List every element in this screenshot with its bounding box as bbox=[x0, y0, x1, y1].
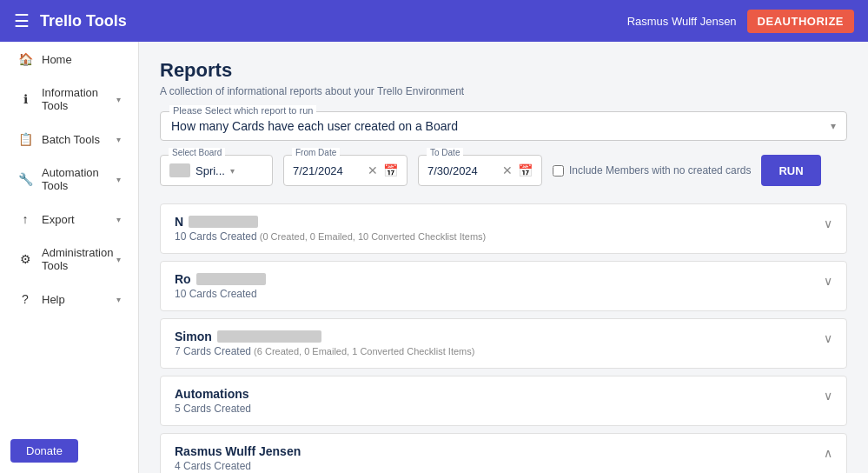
chevron-down-icon[interactable]: ∨ bbox=[824, 217, 832, 230]
from-date-label: From Date bbox=[292, 148, 340, 157]
sidebar-item-administration-tools[interactable]: ⚙ Administration Tools ▾ bbox=[3, 237, 135, 281]
sidebar-item-label: Administration Tools bbox=[42, 246, 116, 272]
result-count: 5 Cards Created bbox=[175, 403, 824, 415]
sidebar-item-label: Batch Tools bbox=[42, 133, 116, 146]
result-name: N bbox=[175, 215, 824, 229]
board-filter-group: Select Board Spri... ▾ bbox=[160, 155, 273, 186]
result-header[interactable]: Rasmus Wulff Jensen 4 Cards Created ∧ bbox=[161, 434, 846, 473]
sidebar-item-automation-tools[interactable]: 🔧 Automation Tools ▾ bbox=[3, 157, 135, 201]
name-blur bbox=[196, 273, 266, 285]
result-count: 4 Cards Created bbox=[175, 460, 824, 472]
sidebar-item-batch-tools[interactable]: 📋 Batch Tools ▾ bbox=[3, 123, 135, 156]
result-header-left: Ro 10 Cards Created bbox=[175, 272, 824, 300]
result-item-user-rasmus: Rasmus Wulff Jensen 4 Cards Created ∧ Cr… bbox=[160, 433, 847, 473]
sidebar-item-label: Help bbox=[42, 293, 116, 306]
result-header[interactable]: N 10 Cards Created (0 Created, 0 Emailed… bbox=[161, 204, 846, 253]
from-date-calendar-icon[interactable]: 📅 bbox=[383, 163, 398, 177]
result-count: 7 Cards Created (6 Created, 0 Emailed, 1… bbox=[175, 345, 824, 357]
to-date-calendar-icon[interactable]: 📅 bbox=[518, 163, 533, 177]
board-filter-label: Select Board bbox=[169, 148, 225, 157]
chevron-down-icon[interactable]: ∨ bbox=[824, 331, 832, 345]
from-date-input-wrap[interactable]: ✕ 📅 bbox=[283, 155, 407, 186]
name-blur bbox=[217, 330, 321, 343]
deauthorize-button[interactable]: DEAUTHORIZE bbox=[747, 10, 854, 33]
top-nav: ☰ Trello Tools Rasmus Wulff Jensen DEAUT… bbox=[0, 0, 868, 42]
result-header-left: Rasmus Wulff Jensen 4 Cards Created bbox=[175, 444, 824, 472]
result-header[interactable]: Simon 7 Cards Created (6 Created, 0 Emai… bbox=[161, 319, 846, 368]
user-name-text: Simon bbox=[175, 330, 212, 343]
user-name-text: N bbox=[175, 215, 183, 229]
results-list: N 10 Cards Created (0 Created, 0 Emailed… bbox=[160, 203, 847, 473]
name-blur bbox=[189, 216, 258, 228]
user-name-text: Ro bbox=[175, 272, 191, 286]
board-thumbnail bbox=[169, 163, 190, 177]
result-count: 10 Cards Created bbox=[175, 288, 824, 300]
board-select-text: Spri... bbox=[195, 164, 225, 177]
filters-row: Select Board Spri... ▾ From Date ✕ 📅 To … bbox=[160, 155, 847, 186]
sub-info: (6 Created, 0 Emailed, 1 Converted Check… bbox=[251, 346, 474, 356]
report-selector[interactable]: Please Select which report to run How ma… bbox=[160, 111, 847, 141]
board-chevron-icon: ▾ bbox=[230, 166, 235, 176]
sidebar-item-export[interactable]: ↑ Export ▾ bbox=[3, 203, 135, 236]
include-members-text: Include Members with no created cards bbox=[569, 164, 751, 177]
from-date-filter-group: From Date ✕ 📅 bbox=[283, 155, 407, 186]
info-icon: ℹ bbox=[17, 91, 33, 107]
sidebar-item-information-tools[interactable]: ℹ Information Tools ▾ bbox=[3, 77, 135, 121]
home-icon: 🏠 bbox=[17, 51, 33, 67]
page-subtitle: A collection of informational reports ab… bbox=[160, 85, 847, 97]
result-count: 10 Cards Created (0 Created, 0 Emailed, … bbox=[175, 230, 824, 243]
run-button[interactable]: RUN bbox=[761, 155, 820, 186]
sidebar-item-home[interactable]: 🏠 Home bbox=[3, 43, 135, 76]
chevron-icon: ▾ bbox=[116, 255, 121, 264]
help-icon: ? bbox=[17, 291, 33, 307]
sidebar: 🏠 Home ℹ Information Tools ▾ 📋 Batch Too… bbox=[0, 42, 139, 473]
user-name: Rasmus Wulff Jensen bbox=[627, 15, 737, 28]
board-select[interactable]: Spri... ▾ bbox=[160, 155, 273, 186]
result-item-user-simon: Simon 7 Cards Created (6 Created, 0 Emai… bbox=[160, 318, 847, 369]
user-name-text: Rasmus Wulff Jensen bbox=[175, 444, 301, 458]
hamburger-icon[interactable]: ☰ bbox=[14, 10, 30, 31]
result-header-left: Automations 5 Cards Created bbox=[175, 387, 824, 415]
page-title: Reports bbox=[160, 59, 847, 82]
sidebar-item-label: Export bbox=[42, 213, 116, 226]
to-date-input-wrap[interactable]: ✕ 📅 bbox=[418, 155, 542, 186]
include-members-label[interactable]: Include Members with no created cards bbox=[553, 164, 751, 177]
result-header[interactable]: Ro 10 Cards Created ∨ bbox=[161, 262, 846, 310]
to-date-clear-icon[interactable]: ✕ bbox=[502, 163, 513, 177]
include-members-checkbox[interactable] bbox=[553, 165, 564, 177]
chevron-icon: ▾ bbox=[116, 295, 121, 304]
sidebar-item-label: Information Tools bbox=[42, 86, 116, 112]
result-item-user-automations: Automations 5 Cards Created ∨ bbox=[160, 376, 847, 426]
chevron-icon: ▾ bbox=[116, 175, 121, 184]
result-header[interactable]: Automations 5 Cards Created ∨ bbox=[161, 376, 846, 425]
sidebar-item-label: Home bbox=[42, 53, 121, 66]
batch-icon: 📋 bbox=[17, 131, 33, 147]
sidebar-item-label: Automation Tools bbox=[42, 166, 116, 192]
result-name: Automations bbox=[175, 387, 824, 401]
admin-icon: ⚙ bbox=[17, 251, 33, 267]
export-icon: ↑ bbox=[17, 211, 33, 227]
result-header-left: Simon 7 Cards Created (6 Created, 0 Emai… bbox=[175, 330, 824, 357]
result-name: Rasmus Wulff Jensen bbox=[175, 444, 824, 458]
automation-icon: 🔧 bbox=[17, 171, 33, 187]
result-item-user-ro: Ro 10 Cards Created ∨ bbox=[160, 261, 847, 311]
donate-button[interactable]: Donate bbox=[10, 439, 78, 463]
report-select-label: Please Select which report to run bbox=[169, 105, 316, 116]
report-select-value: How many Cards have each user created on… bbox=[171, 119, 831, 133]
chevron-icon: ▾ bbox=[116, 95, 121, 104]
chevron-down-icon[interactable]: ∨ bbox=[824, 274, 832, 288]
to-date-label: To Date bbox=[427, 148, 463, 157]
from-date-input[interactable] bbox=[293, 164, 362, 177]
from-date-clear-icon[interactable]: ✕ bbox=[368, 163, 378, 177]
app-title: Trello Tools bbox=[40, 12, 627, 30]
result-name: Ro bbox=[175, 272, 824, 286]
sidebar-item-help[interactable]: ? Help ▾ bbox=[3, 283, 135, 316]
to-date-input[interactable] bbox=[427, 164, 497, 177]
main-content: Reports A collection of informational re… bbox=[139, 42, 868, 473]
result-header-left: N 10 Cards Created (0 Created, 0 Emailed… bbox=[175, 215, 824, 243]
chevron-up-icon[interactable]: ∧ bbox=[824, 446, 832, 460]
report-select-chevron-icon: ▾ bbox=[831, 120, 836, 132]
user-name-text: Automations bbox=[175, 387, 249, 401]
chevron-down-icon[interactable]: ∨ bbox=[824, 389, 832, 403]
chevron-icon: ▾ bbox=[116, 135, 121, 144]
